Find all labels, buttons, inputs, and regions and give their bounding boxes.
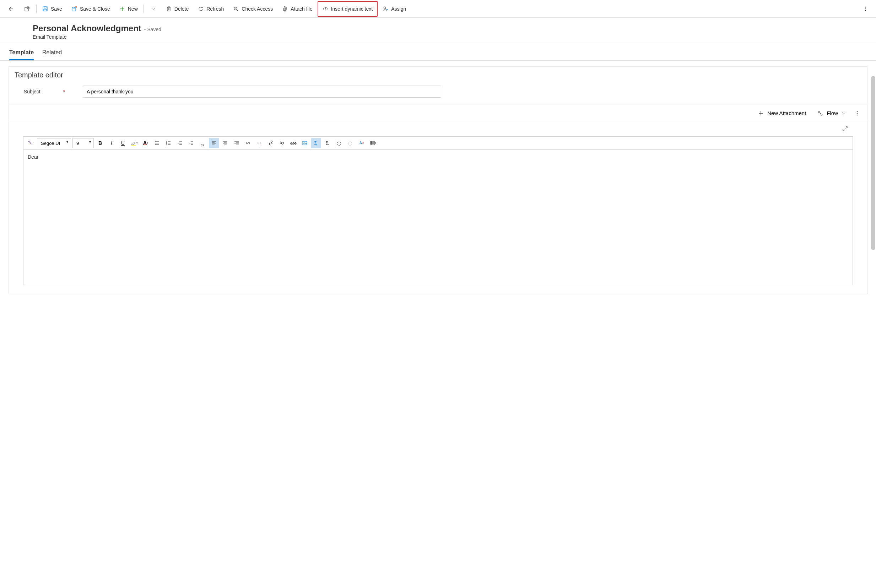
expand-button[interactable]	[840, 124, 850, 134]
delete-label: Delete	[174, 6, 189, 12]
underline-button[interactable]: U	[118, 138, 128, 148]
code-icon	[323, 6, 328, 12]
ltr-button[interactable]	[311, 138, 321, 148]
svg-point-6	[234, 7, 237, 10]
table-button[interactable]: ▾	[368, 138, 378, 148]
superscript-button[interactable]: x2	[266, 138, 276, 148]
required-indicator: *	[63, 89, 65, 94]
insert-dynamic-label: Insert dynamic text	[331, 6, 373, 12]
redo-icon	[348, 141, 353, 146]
svg-rect-23	[303, 141, 307, 145]
align-right-button[interactable]	[231, 138, 242, 148]
rte-toolbar: B I U ▾ A ▾ 123	[23, 137, 853, 150]
align-left-icon	[211, 141, 216, 146]
rtl-button[interactable]	[323, 138, 332, 148]
assign-button[interactable]: Assign	[378, 1, 410, 17]
indent-button[interactable]	[186, 138, 196, 148]
align-left-button[interactable]	[209, 138, 219, 148]
svg-point-14	[857, 112, 858, 113]
align-right-icon	[234, 141, 239, 146]
superscript-icon: x2	[269, 140, 273, 146]
unlink-button[interactable]	[254, 138, 264, 148]
redo-button[interactable]	[345, 138, 355, 148]
outdent-button[interactable]	[175, 138, 185, 148]
svg-point-8	[865, 6, 866, 7]
new-dropdown[interactable]	[145, 1, 161, 17]
image-button[interactable]	[300, 138, 310, 148]
align-center-icon	[223, 141, 228, 146]
flow-button[interactable]: Flow	[813, 107, 850, 119]
editor-body[interactable]: Dear	[23, 150, 853, 285]
font-size-select[interactable]	[72, 138, 94, 148]
image-icon	[302, 141, 307, 146]
bold-icon: B	[98, 140, 102, 146]
separator	[36, 4, 37, 13]
scrollbar[interactable]	[871, 76, 875, 250]
svg-text:3: 3	[166, 144, 167, 146]
subscript-icon: x2	[280, 140, 284, 146]
font-color-button[interactable]: A ▾	[141, 138, 150, 148]
delete-button[interactable]: Delete	[162, 1, 193, 17]
svg-point-11	[818, 111, 819, 112]
tab-related[interactable]: Related	[42, 46, 62, 60]
underline-icon: U	[121, 140, 125, 146]
more-vertical-icon	[854, 110, 860, 116]
new-button[interactable]: New	[115, 1, 142, 17]
new-attachment-label: New Attachment	[767, 110, 806, 116]
format-painter-button[interactable]	[26, 138, 36, 148]
svg-point-19	[155, 144, 156, 145]
number-list-button[interactable]: 123	[164, 138, 173, 148]
refresh-button[interactable]: Refresh	[194, 1, 228, 17]
svg-point-17	[155, 141, 156, 142]
assign-label: Assign	[391, 6, 406, 12]
plus-icon	[119, 6, 125, 12]
save-close-icon	[71, 6, 77, 12]
italic-icon: I	[111, 140, 113, 146]
attach-file-button[interactable]: Attach file	[278, 1, 317, 17]
font-color-icon: A	[143, 141, 147, 145]
svg-rect-16	[131, 145, 136, 146]
svg-point-15	[857, 114, 858, 115]
save-close-button[interactable]: Save & Close	[67, 1, 114, 17]
scroll-thumb[interactable]	[871, 76, 875, 250]
entity-name: Email Template	[33, 34, 876, 40]
bold-button[interactable]: B	[95, 138, 105, 148]
unlink-icon	[257, 141, 262, 146]
attach-file-label: Attach file	[291, 6, 312, 12]
svg-text:A: A	[359, 141, 362, 145]
svg-rect-26	[370, 141, 374, 145]
save-button[interactable]: Save	[38, 1, 66, 17]
clear-format-button[interactable]: A	[357, 138, 367, 148]
indent-icon	[189, 141, 194, 146]
link-button[interactable]	[243, 138, 253, 148]
attachment-overflow-button[interactable]	[853, 108, 861, 119]
strike-icon: abc	[290, 141, 297, 145]
check-access-button[interactable]: Check Access	[229, 1, 277, 17]
subject-input[interactable]	[83, 86, 441, 98]
popout-button[interactable]	[19, 1, 35, 17]
font-name-select[interactable]	[37, 138, 71, 148]
undo-button[interactable]	[334, 138, 344, 148]
subscript-button[interactable]: x2	[277, 138, 287, 148]
blockquote-button[interactable]: „	[197, 138, 207, 148]
page-title: Personal Acknowledgment	[33, 23, 141, 33]
bullet-list-icon	[155, 141, 159, 146]
align-center-button[interactable]	[220, 138, 230, 148]
save-icon	[42, 6, 48, 12]
bullet-list-button[interactable]	[152, 138, 162, 148]
overflow-button[interactable]	[858, 1, 873, 17]
tab-template[interactable]: Template	[9, 46, 34, 60]
check-access-icon	[233, 6, 239, 12]
svg-point-13	[857, 111, 858, 111]
back-button[interactable]	[3, 1, 18, 17]
clear-format-icon: A	[359, 141, 364, 146]
italic-button[interactable]: I	[107, 138, 117, 148]
highlight-button[interactable]: ▾	[129, 138, 139, 148]
popout-icon	[24, 6, 30, 12]
new-attachment-button[interactable]: New Attachment	[754, 107, 810, 119]
strikethrough-button[interactable]: abc	[288, 138, 298, 148]
insert-dynamic-text-button[interactable]: Insert dynamic text	[318, 1, 378, 17]
table-icon	[370, 141, 375, 146]
svg-point-10	[865, 10, 866, 10]
command-bar: Save Save & Close New Delete Refresh Che…	[0, 0, 876, 18]
